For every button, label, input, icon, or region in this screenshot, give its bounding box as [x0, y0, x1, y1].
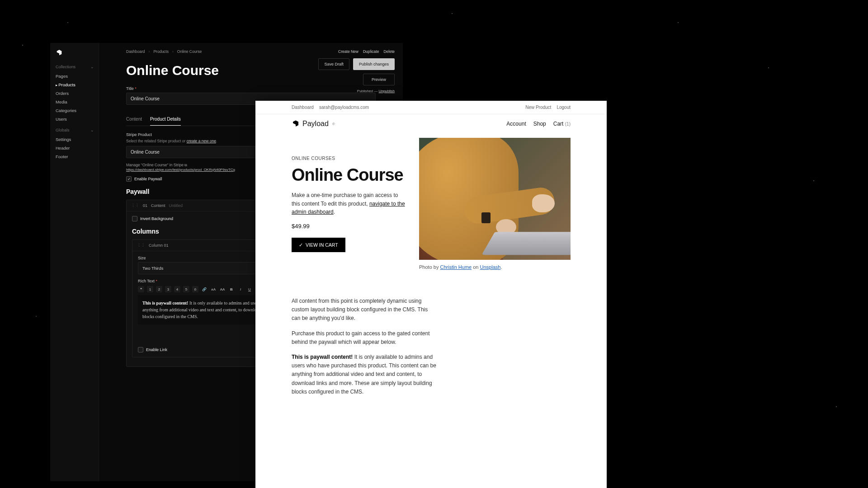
- lede: Make a one-time purchase to gain access …: [292, 191, 406, 216]
- collections-group[interactable]: Collections ⌄: [56, 65, 99, 69]
- breadcrumb-products[interactable]: Products: [153, 49, 169, 54]
- sidebar-item-users[interactable]: Users: [56, 115, 99, 123]
- rte-h6-icon[interactable]: 6: [192, 286, 198, 292]
- create-stripe-link[interactable]: create a new one: [187, 139, 216, 143]
- rte-h5-icon[interactable]: 5: [183, 286, 189, 292]
- body-p3: This is paywall content! It is only avai…: [292, 353, 436, 396]
- sidebar-item-header[interactable]: Header: [56, 144, 99, 152]
- payload-logo-icon: [292, 120, 300, 128]
- topbar-new-product-link[interactable]: New Product: [525, 105, 551, 110]
- photo-credit: Photo by Christin Hume on Unsplash.: [419, 264, 571, 270]
- rte-quote-icon[interactable]: ❝: [138, 286, 144, 292]
- checkbox-checked-icon[interactable]: ✓: [126, 176, 132, 182]
- nav-cart[interactable]: Cart (1): [553, 121, 571, 127]
- topbar-logout-link[interactable]: Logout: [557, 105, 571, 110]
- unpublish-link[interactable]: Unpublish: [378, 89, 395, 93]
- sidebar-item-pages[interactable]: Pages: [56, 72, 99, 80]
- save-draft-button[interactable]: Save Draft: [318, 58, 349, 70]
- breadcrumb-current: Online Course: [177, 49, 202, 54]
- rte-underline-icon[interactable]: U: [246, 286, 253, 292]
- topbar-dashboard-link[interactable]: Dashboard: [292, 105, 314, 110]
- sidebar-item-products[interactable]: Products: [56, 80, 99, 89]
- body-content: All content from this point is completel…: [255, 279, 472, 421]
- tab-content[interactable]: Content: [126, 114, 142, 126]
- rte-h2-icon[interactable]: 2: [156, 286, 162, 292]
- product-image: [419, 138, 571, 260]
- sidebar-item-footer[interactable]: Footer: [56, 152, 99, 161]
- publish-status: Published — Unpublish: [313, 89, 395, 93]
- sidebar-item-categories[interactable]: Categories: [56, 106, 99, 115]
- eyebrow: ONLINE COURSES: [292, 156, 406, 161]
- nav-account[interactable]: Account: [506, 121, 526, 127]
- rte-bold-icon[interactable]: B: [228, 286, 235, 292]
- topbar-email: sarah@payloadcms.com: [319, 105, 369, 110]
- price: $49.99: [292, 223, 406, 230]
- globals-group[interactable]: Globals ⌄: [56, 128, 99, 132]
- tab-product-details[interactable]: Product Details: [150, 114, 181, 126]
- checkbox-unchecked-icon[interactable]: ✓: [138, 347, 143, 352]
- product-title: Online Course: [292, 165, 406, 185]
- rte-small-icon[interactable]: ᴀA: [210, 286, 217, 292]
- admin-actionbar: Create New Duplicate Delete Save Draft P…: [313, 49, 395, 93]
- sidebar-item-orders[interactable]: Orders: [56, 89, 99, 98]
- payload-logo-icon[interactable]: [56, 49, 63, 56]
- rte-h1-icon[interactable]: 1: [147, 286, 153, 292]
- body-p2: Purchase this product to gain access to …: [292, 329, 436, 347]
- drag-handle-icon[interactable]: ⋮⋮: [137, 243, 145, 248]
- rte-h4-icon[interactable]: 4: [174, 286, 180, 292]
- checkbox-unchecked-icon[interactable]: ✓: [132, 216, 137, 221]
- admin-sidebar: Collections ⌄ Pages Products Orders Medi…: [50, 43, 99, 481]
- sidebar-item-settings[interactable]: Settings: [56, 135, 99, 144]
- chevron-down-icon: ⌄: [90, 128, 94, 132]
- drag-handle-icon[interactable]: ⋮⋮: [131, 203, 139, 208]
- rte-italic-icon[interactable]: I: [237, 286, 244, 292]
- nav-shop[interactable]: Shop: [533, 121, 546, 127]
- credit-source-link[interactable]: Unsplash: [480, 264, 501, 270]
- rte-h3-icon[interactable]: 3: [165, 286, 171, 292]
- check-icon: ✓: [299, 242, 303, 248]
- hero: ONLINE COURSES Online Course Make a one-…: [255, 133, 607, 279]
- create-new-link[interactable]: Create New: [338, 49, 359, 54]
- publish-button[interactable]: Publish changes: [353, 58, 395, 70]
- rte-link-icon[interactable]: 🔗: [201, 286, 208, 292]
- chevron-down-icon: ⌄: [90, 65, 94, 69]
- front-topbar: Dashboard sarah@payloadcms.com New Produ…: [255, 101, 607, 114]
- brand[interactable]: Payload®: [292, 120, 335, 128]
- delete-link[interactable]: Delete: [383, 49, 395, 54]
- external-link-icon: ⧉: [184, 163, 187, 167]
- frontend-window: Dashboard sarah@payloadcms.com New Produ…: [255, 101, 607, 488]
- rte-large-icon[interactable]: AA: [219, 286, 226, 292]
- breadcrumb-dashboard[interactable]: Dashboard: [126, 49, 145, 54]
- credit-author-link[interactable]: Christin Hume: [440, 264, 472, 270]
- preview-button[interactable]: Preview: [363, 74, 395, 85]
- view-in-cart-button[interactable]: ✓ VIEW IN CART: [292, 238, 345, 252]
- body-p1: All content from this point is completel…: [292, 297, 436, 323]
- duplicate-link[interactable]: Duplicate: [363, 49, 379, 54]
- front-navbar: Payload® Account Shop Cart (1): [255, 114, 607, 133]
- sidebar-item-media[interactable]: Media: [56, 98, 99, 106]
